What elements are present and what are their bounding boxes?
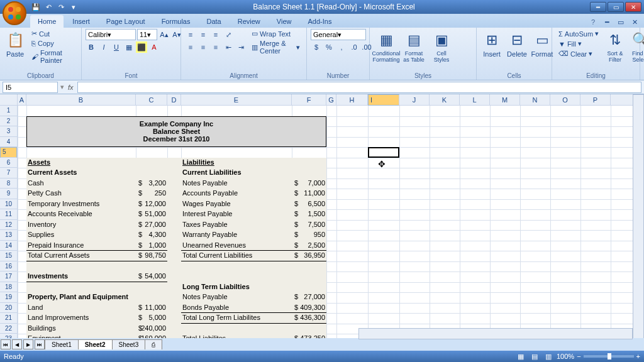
comma-icon[interactable]: , xyxy=(336,41,347,53)
row-header-18[interactable]: 18 xyxy=(0,282,17,293)
col-header-F[interactable]: F xyxy=(292,94,326,105)
cell[interactable]: 7,000 xyxy=(292,178,326,189)
cell[interactable]: 6,500 xyxy=(292,199,326,210)
row-header-11[interactable]: 11 xyxy=(0,209,17,220)
row-header-22[interactable]: 22 xyxy=(0,324,17,334)
italic-button[interactable]: I xyxy=(98,41,109,53)
cell[interactable]: 11,000 xyxy=(136,303,167,314)
col-header-D[interactable]: D xyxy=(167,94,181,105)
paste-button[interactable]: 📋Paste xyxy=(4,29,26,59)
tab-review[interactable]: Review xyxy=(230,15,268,28)
tab-addins[interactable]: Add-Ins xyxy=(300,15,339,28)
format-painter-button[interactable]: 🖌 Format Painter xyxy=(29,48,77,65)
sheet-tab-3[interactable]: Sheet3 xyxy=(112,339,146,349)
row-header-13[interactable]: 13 xyxy=(0,230,17,241)
cell[interactable]: Total Current Liabilities xyxy=(181,251,292,261)
row-header-12[interactable]: 12 xyxy=(0,220,17,231)
col-header-J[interactable]: J xyxy=(399,94,430,105)
sheet-tab-2[interactable]: Sheet2 xyxy=(78,339,113,349)
save-icon[interactable]: 💾 xyxy=(30,1,42,13)
cell-styles-button[interactable]: ▣Cell Styles xyxy=(429,29,454,64)
help-icon[interactable]: ? xyxy=(587,16,599,28)
cell[interactable]: 4,300 xyxy=(136,230,167,241)
orientation-icon[interactable]: ⤢ xyxy=(223,29,234,40)
spreadsheet-grid[interactable]: 1234567891011121314151617181920212223 AB… xyxy=(0,94,644,338)
align-left-icon[interactable]: ≡ xyxy=(185,41,196,53)
col-header-N[interactable]: N xyxy=(520,94,550,105)
cell[interactable]: Land Improvements xyxy=(26,313,136,324)
cell[interactable]: Notes Payable xyxy=(181,178,292,189)
indent-inc-icon[interactable]: ⇥ xyxy=(235,41,247,53)
align-middle-icon[interactable]: ≡ xyxy=(197,29,209,40)
sort-filter-button[interactable]: ⇅Sort & Filter xyxy=(604,29,626,64)
border-button[interactable]: ▦ xyxy=(123,41,135,53)
col-header-E[interactable]: E xyxy=(181,94,292,105)
cell[interactable]: 12,000 xyxy=(136,199,167,210)
row-header-7[interactable]: 7 xyxy=(0,168,17,178)
cell[interactable]: Supplies xyxy=(26,230,136,241)
cell[interactable]: 27,000 xyxy=(292,292,326,303)
view-layout-icon[interactable]: ▤ xyxy=(529,351,540,362)
row-header-14[interactable]: 14 xyxy=(0,241,17,251)
cell[interactable]: 3,200 xyxy=(136,178,167,189)
cell[interactable]: Taxes Payable xyxy=(181,220,292,231)
cell[interactable]: Temporary Investments xyxy=(26,199,136,210)
row-header-3[interactable]: 3 xyxy=(0,126,17,137)
cell[interactable]: Inventory xyxy=(26,220,136,231)
view-normal-icon[interactable]: ▦ xyxy=(515,351,526,362)
copy-button[interactable]: ⎘ Copy xyxy=(29,39,77,48)
row-header-21[interactable]: 21 xyxy=(0,313,17,324)
cell[interactable]: 1,000 xyxy=(136,241,167,251)
sheet-nav-last[interactable]: ⏭ xyxy=(35,339,45,349)
cell[interactable]: Prepaid Insurance xyxy=(26,241,136,251)
currency-icon[interactable]: $ xyxy=(311,41,322,53)
align-top-icon[interactable]: ≡ xyxy=(185,29,196,40)
row-header-20[interactable]: 20 xyxy=(0,303,17,314)
align-bottom-icon[interactable]: ≡ xyxy=(210,29,221,40)
cell[interactable]: 98,750 xyxy=(136,251,167,261)
cell[interactable]: 473,250 xyxy=(292,334,326,338)
number-format-select[interactable]: General ▾ xyxy=(311,29,366,40)
row-header-4[interactable]: 4 xyxy=(0,137,17,148)
sheet-tab-1[interactable]: Sheet1 xyxy=(45,339,79,349)
col-header-H[interactable]: H xyxy=(336,94,368,105)
col-header-I[interactable]: I xyxy=(368,94,399,106)
cell[interactable]: Land xyxy=(26,303,136,314)
cell[interactable]: 51,000 xyxy=(136,209,167,220)
row-header-9[interactable]: 9 xyxy=(0,189,17,199)
ribbon-restore-icon[interactable]: ▭ xyxy=(615,16,626,28)
col-header-L[interactable]: L xyxy=(460,94,490,105)
ribbon-min-icon[interactable]: ━ xyxy=(601,16,613,28)
col-header-M[interactable]: M xyxy=(490,94,520,105)
inc-decimal-icon[interactable]: .0 xyxy=(348,41,360,53)
merge-center-button[interactable]: ▥ Merge & Center ▾ xyxy=(249,39,303,55)
zoom-slider[interactable] xyxy=(584,355,634,358)
col-header-O[interactable]: O xyxy=(550,94,580,105)
row-header-5[interactable]: 5 xyxy=(0,147,17,158)
cell[interactable]: 950 xyxy=(292,230,326,241)
cell[interactable]: Total Liabilites xyxy=(181,334,292,338)
minimize-button[interactable]: ━ xyxy=(590,2,606,12)
close-button[interactable]: ✕ xyxy=(625,2,641,12)
format-cells-button[interactable]: ▭Format xyxy=(531,29,553,59)
col-header-G[interactable]: G xyxy=(326,94,336,105)
delete-cells-button[interactable]: ⊟Delete xyxy=(506,29,528,59)
row-header-19[interactable]: 19 xyxy=(0,292,17,303)
cell[interactable]: Unearned Revenues xyxy=(181,241,292,251)
office-button[interactable] xyxy=(3,1,26,25)
tab-view[interactable]: View xyxy=(269,15,299,28)
conditional-formatting-button[interactable]: ▦Conditional Formatting xyxy=(374,29,399,64)
col-header-P[interactable]: P xyxy=(580,94,611,105)
insert-cells-button[interactable]: ⊞Insert xyxy=(480,29,503,59)
cell[interactable]: 1,500 xyxy=(292,209,326,220)
tab-page-layout[interactable]: Page Layout xyxy=(99,15,153,28)
tab-insert[interactable]: Insert xyxy=(65,15,97,28)
align-right-icon[interactable]: ≡ xyxy=(210,41,221,53)
percent-icon[interactable]: % xyxy=(323,41,335,53)
col-header-A[interactable]: A xyxy=(18,94,26,105)
font-name-select[interactable]: Calibri ▾ xyxy=(86,29,136,40)
tab-home[interactable]: Home xyxy=(30,15,64,28)
cell[interactable]: Current Liabilities xyxy=(181,168,292,178)
tab-data[interactable]: Data xyxy=(199,15,228,28)
cell[interactable]: 5,000 xyxy=(136,313,167,324)
